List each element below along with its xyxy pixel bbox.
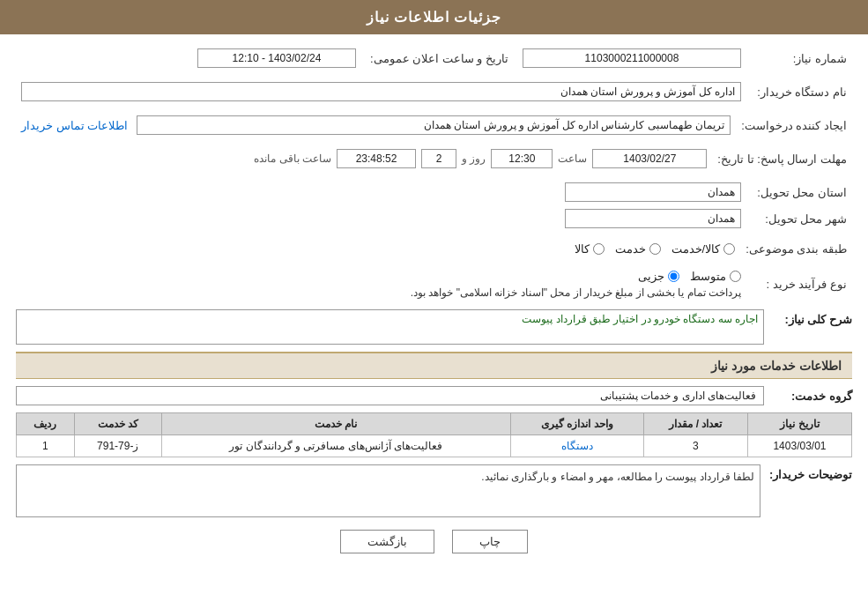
dastgah-info-table: نام دستگاه خریدار: اداره کل آموزش و پرور… xyxy=(16,78,852,105)
cell-tedad: 3 xyxy=(643,435,747,457)
group-khedmat-label: گروه خدمت: xyxy=(773,390,852,403)
tavazihat-box: لطفا قرارداد پیوست را مطالعه، مهر و امضا… xyxy=(16,464,760,517)
sharh-koli-value: اجاره سه دستگاه خودرو در اختیار طبق قرار… xyxy=(16,309,764,345)
shomara-niaz-value: 1103000211000008 xyxy=(523,48,741,68)
table-row: 1403/03/01 3 دستگاه فعالیت‌های آژانس‌های… xyxy=(17,435,852,457)
farayand-desc: پرداخت تمام یا بخشی از مبلغ خریدار از مح… xyxy=(21,286,741,299)
radio-jozyi-input[interactable] xyxy=(668,271,679,282)
tabaqe-table: طبقه بندی موضوعی: کالا/خدمت خدمت xyxy=(16,239,852,259)
shahr-label: شهر محل تحویل: xyxy=(746,205,852,232)
kala-khedmat-label: کالا/خدمت xyxy=(671,242,721,256)
tabaqe-label: طبقه بندی موضوعی: xyxy=(740,239,852,259)
group-khedmat-value: فعالیت‌های اداری و خدمات پشتیبانی xyxy=(16,386,764,405)
contact-link[interactable]: اطلاعات تماس خریدار xyxy=(21,119,128,132)
tabaqe-radio-group: کالا/خدمت خدمت کالا xyxy=(21,242,735,256)
col-tedad: تعداد / مقدار xyxy=(643,413,747,435)
tarikh-omoomi-value: 1403/02/24 - 12:10 xyxy=(197,48,356,68)
ijad-konande-table: ایجاد کننده درخواست: تریمان طهماسبی کارش… xyxy=(16,112,852,138)
radio-khedmat[interactable]: خدمت xyxy=(615,242,661,256)
services-section-title: اطلاعات خدمات مورد نیاز xyxy=(16,352,852,379)
radio-jozyi[interactable]: جزیی xyxy=(638,270,679,283)
mandeye-value: 23:48:52 xyxy=(337,149,416,168)
col-vahed: واحد اندازه گیری xyxy=(510,413,643,435)
sharh-section: شرح کلی نیاز: اجاره سه دستگاه خودرو در ا… xyxy=(16,309,852,345)
page-header: جزئیات اطلاعات نیاز xyxy=(0,0,868,34)
tavazihat-value: لطفا قرارداد پیوست را مطالعه، مهر و امضا… xyxy=(22,471,754,483)
shomara-niaz-label: شماره نیاز: xyxy=(746,45,852,71)
saate-value: 12:30 xyxy=(491,149,553,168)
col-kod-khedmat: کد خدمت xyxy=(74,413,161,435)
radio-kala-khedmat[interactable]: کالا/خدمت xyxy=(671,242,736,256)
col-radif: ردیف xyxy=(17,413,75,435)
mohlat-label: مهلت ارسال پاسخ: تا تاریخ: xyxy=(712,145,852,172)
radio-kala-khedmat-input[interactable] xyxy=(723,243,735,255)
shahr-value: همدان xyxy=(565,209,741,228)
nam-dastgah-label: نام دستگاه خریدار: xyxy=(746,78,852,105)
kala-label: کالا xyxy=(575,242,590,256)
ostan-value: همدان xyxy=(565,182,741,202)
cell-radif: 1 xyxy=(17,435,75,457)
col-tarikh: تاریخ نیاز xyxy=(747,413,851,435)
cell-tarikh: 1403/03/01 xyxy=(747,435,851,457)
mohlat-date-value: 1403/02/27 xyxy=(592,149,707,168)
page-title: جزئیات اطلاعات نیاز xyxy=(367,10,502,25)
radio-motavasset-input[interactable] xyxy=(730,271,741,282)
sharh-koli-label: شرح کلی نیاز: xyxy=(773,309,852,326)
radio-motavasset[interactable]: متوسط xyxy=(690,270,741,283)
ostan-label: استان محل تحویل: xyxy=(746,179,852,205)
nam-dastgah-value: اداره کل آموزش و پرورش استان همدان xyxy=(21,82,741,101)
mandeye-label: ساعت باقی مانده xyxy=(254,152,331,165)
saate-label: ساعت xyxy=(558,152,587,165)
jozyi-label: جزیی xyxy=(638,270,664,283)
radio-kala-input[interactable] xyxy=(593,243,605,255)
back-button[interactable]: بازگشت xyxy=(340,530,434,553)
services-table: تاریخ نیاز تعداد / مقدار واحد اندازه گیر… xyxy=(16,412,852,457)
ostan-table: استان محل تحویل: همدان شهر محل تحویل: هم… xyxy=(16,179,852,232)
tavazihat-section: توضیحات خریدار: لطفا قرارداد پیوست را مط… xyxy=(16,464,852,517)
ijad-konande-label: ایجاد کننده درخواست: xyxy=(736,112,852,138)
cell-vahed: دستگاه xyxy=(510,435,643,457)
print-button[interactable]: چاپ xyxy=(452,530,528,553)
header-info-table: شماره نیاز: 1103000211000008 تاریخ و ساع… xyxy=(16,45,852,71)
tarikh-omoomi-label: تاریخ و ساعت اعلان عمومی: xyxy=(361,45,517,71)
khedmat-label: خدمت xyxy=(615,242,646,256)
tavazihat-label: توضیحات خریدار: xyxy=(769,464,852,481)
col-nam-khedmat: نام خدمت xyxy=(161,413,510,435)
cell-kod-khedmat: ز-79-791 xyxy=(74,435,161,457)
radio-khedmat-input[interactable] xyxy=(649,243,661,255)
noe-farayand-label: نوع فرآیند خرید : xyxy=(746,266,852,302)
noe-farayand-table: نوع فرآیند خرید : متوسط جزیی xyxy=(16,266,852,302)
motavasset-label: متوسط xyxy=(690,270,726,283)
group-khedmat-row: گروه خدمت: فعالیت‌های اداری و خدمات پشتی… xyxy=(16,386,852,405)
buttons-row: بازگشت چاپ xyxy=(16,530,852,553)
mohlat-table: مهلت ارسال پاسخ: تا تاریخ: 1403/02/27 سا… xyxy=(16,145,852,172)
radio-kala[interactable]: کالا xyxy=(575,242,605,256)
ijad-konande-value: تریمان طهماسبی کارشناس اداره کل آموزش و … xyxy=(137,115,731,135)
rooz-value: 2 xyxy=(421,149,456,168)
rooz-label: روز و xyxy=(462,152,486,165)
cell-nam-khedmat: فعالیت‌های آژانس‌های مسافرتی و گردانندگا… xyxy=(161,435,510,457)
